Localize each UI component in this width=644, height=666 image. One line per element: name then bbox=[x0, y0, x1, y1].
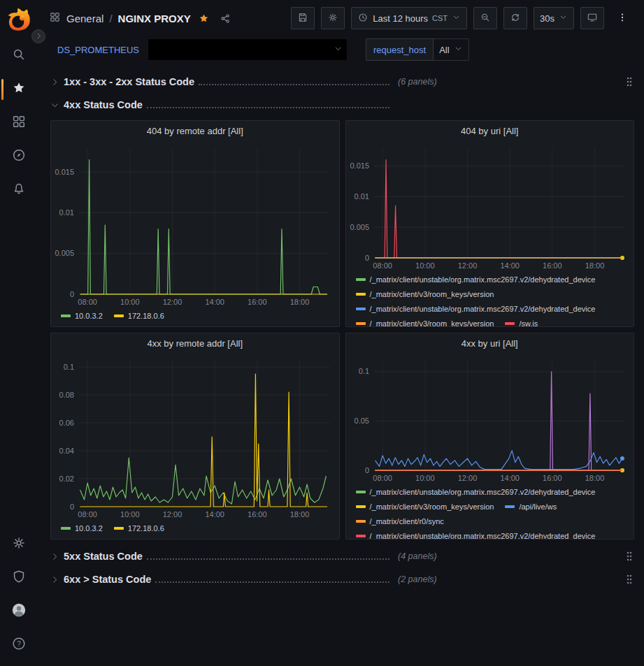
chevron-right-icon bbox=[35, 31, 43, 42]
bell-icon bbox=[11, 181, 27, 199]
legend-swatch bbox=[356, 535, 366, 537]
refresh-interval-picker[interactable]: 30s bbox=[534, 7, 574, 29]
svg-text:0.01: 0.01 bbox=[59, 208, 74, 217]
save-dashboard-button[interactable] bbox=[291, 7, 315, 29]
legend-item[interactable]: /_matrix/client/unstable/org.matrix.msc2… bbox=[356, 303, 596, 315]
legend-item[interactable]: 172.18.0.6 bbox=[114, 522, 164, 535]
legend-item[interactable]: /_matrix/client/unstable/org.matrix.msc2… bbox=[356, 486, 596, 498]
panel-legend: 10.0.3.2172.18.0.6 bbox=[51, 308, 339, 326]
svg-text:0.05: 0.05 bbox=[354, 417, 368, 425]
legend-item[interactable]: 10.0.3.2 bbox=[61, 522, 103, 535]
request-host-value: All bbox=[439, 45, 449, 55]
dashboard-canvas: 1xx - 3xx - 2xx Status Code (6 panels) 4… bbox=[38, 67, 644, 666]
row-dots bbox=[147, 553, 389, 560]
sidebar-item-explore[interactable] bbox=[0, 140, 38, 173]
sidebar-item-help[interactable]: ? bbox=[0, 628, 38, 662]
sidebar-expand-button[interactable] bbox=[31, 29, 45, 43]
panel-legend: 10.0.3.2172.18.0.6 bbox=[51, 521, 339, 539]
sidebar-item-profile[interactable] bbox=[0, 595, 38, 628]
panel-legend: /_matrix/client/unstable/org.matrix.msc2… bbox=[346, 272, 634, 326]
timeseries-chart[interactable]: 08:0010:0012:0014:0016:0018:0000.0050.01… bbox=[51, 140, 339, 308]
row-5xx[interactable]: 5xx Status Code (4 panels) bbox=[50, 546, 634, 566]
sidebar-item-configuration[interactable] bbox=[0, 528, 38, 561]
legend-label: /_matrix/client/unstable/org.matrix.msc2… bbox=[370, 303, 596, 315]
svg-text:14:00: 14:00 bbox=[205, 510, 224, 519]
svg-text:16:00: 16:00 bbox=[248, 510, 267, 519]
legend-swatch bbox=[356, 322, 366, 325]
compass-icon bbox=[11, 147, 27, 166]
drag-handle-icon[interactable] bbox=[624, 572, 634, 586]
legend-label: 10.0.3.2 bbox=[75, 310, 103, 322]
share-icon[interactable] bbox=[220, 13, 231, 24]
time-range-picker[interactable]: Last 12 hours CST bbox=[351, 7, 467, 29]
panel-grid: 404 by remote addr [All] 08:0010:0012:00… bbox=[50, 120, 634, 540]
chevron-down-icon bbox=[334, 43, 343, 56]
row-4xx[interactable]: 4xx Status Code bbox=[50, 95, 634, 115]
legend-item[interactable]: 10.0.3.2 bbox=[61, 310, 103, 322]
legend-item[interactable]: /_matrix/client/r0/sync bbox=[356, 515, 444, 528]
legend-swatch bbox=[356, 505, 366, 508]
svg-text:14:00: 14:00 bbox=[205, 298, 224, 306]
timeseries-chart[interactable]: 08:0010:0012:0014:0016:0018:0000.050.1 bbox=[346, 353, 634, 484]
svg-text:18:00: 18:00 bbox=[585, 261, 604, 270]
legend-item[interactable]: /api/live/ws bbox=[505, 500, 557, 513]
svg-text:?: ? bbox=[17, 640, 21, 648]
panel-title[interactable]: 404 by uri [All] bbox=[346, 121, 634, 140]
dashboard-settings-button[interactable] bbox=[321, 7, 345, 29]
datasource-variable-label[interactable]: DS_PROMETHEUS bbox=[57, 45, 139, 55]
panel-title[interactable]: 4xx by uri [All] bbox=[346, 333, 634, 353]
apps-icon bbox=[49, 11, 61, 26]
refresh-button[interactable] bbox=[503, 7, 527, 29]
row-6xx[interactable]: 6xx > Status Code (2 panels) bbox=[50, 570, 634, 589]
row-dots bbox=[147, 101, 389, 108]
save-icon bbox=[297, 12, 308, 25]
kebab-menu-button[interactable] bbox=[610, 7, 634, 29]
breadcrumb-folder[interactable]: General bbox=[66, 13, 103, 24]
legend-swatch bbox=[356, 491, 366, 493]
row-dots bbox=[155, 576, 389, 583]
svg-text:0.1: 0.1 bbox=[64, 363, 74, 371]
legend-item[interactable]: /_matrix/client/unstable/org.matrix.msc2… bbox=[356, 273, 596, 286]
svg-text:10:00: 10:00 bbox=[415, 474, 435, 482]
svg-text:0.015: 0.015 bbox=[55, 168, 74, 176]
panel-title[interactable]: 404 by remote addr [All] bbox=[51, 121, 339, 140]
sidebar-item-server-admin[interactable] bbox=[0, 561, 38, 595]
legend-item[interactable]: /_matrix/client/unstable/org.matrix.msc2… bbox=[356, 530, 596, 539]
zoom-out-button[interactable] bbox=[473, 7, 497, 29]
grafana-logo[interactable] bbox=[6, 6, 32, 32]
legend-item[interactable]: /sw.js bbox=[505, 317, 538, 326]
panel-title[interactable]: 4xx by remote addr [All] bbox=[51, 333, 339, 353]
search-icon bbox=[11, 47, 27, 65]
legend-label: /api/live/ws bbox=[519, 500, 557, 513]
sidebar-item-search[interactable] bbox=[0, 39, 38, 73]
legend-label: /_matrix/client/v3/room_keys/version bbox=[370, 288, 494, 301]
row-title: 1xx - 3xx - 2xx Status Code bbox=[64, 76, 194, 87]
timeseries-chart[interactable]: 08:0010:0012:0014:0016:0018:0000.0050.01… bbox=[346, 140, 634, 272]
legend-label: /_matrix/client/unstable/org.matrix.msc2… bbox=[370, 273, 596, 286]
datasource-variable-select[interactable] bbox=[148, 38, 348, 61]
legend-item[interactable]: /_matrix/client/v3/room_keys/version bbox=[356, 288, 494, 301]
svg-text:16:00: 16:00 bbox=[248, 298, 267, 306]
legend-item[interactable]: 172.18.0.6 bbox=[114, 310, 164, 322]
legend-label: /_matrix/client/v3/room_keys/version bbox=[370, 317, 494, 326]
tv-mode-button[interactable] bbox=[580, 7, 604, 29]
drag-handle-icon[interactable] bbox=[624, 75, 634, 89]
request-host-select[interactable]: All bbox=[434, 38, 468, 61]
row-panel-count: (2 panels) bbox=[398, 574, 437, 584]
svg-text:12:00: 12:00 bbox=[163, 298, 183, 306]
avatar bbox=[11, 602, 27, 621]
star-icon bbox=[11, 80, 27, 99]
drag-handle-icon[interactable] bbox=[624, 549, 634, 563]
panel-4xx-by-remote-addr: 4xx by remote addr [All] 08:0010:0012:00… bbox=[50, 333, 340, 540]
sidebar-item-starred[interactable] bbox=[0, 73, 38, 106]
legend-item[interactable]: /_matrix/client/v3/room_keys/version bbox=[356, 500, 494, 513]
svg-text:18:00: 18:00 bbox=[585, 474, 604, 482]
timeseries-chart[interactable]: 08:0010:0012:0014:0016:0018:0000.020.040… bbox=[51, 353, 339, 521]
chevron-right-icon bbox=[50, 575, 59, 584]
panel-404-by-uri: 404 by uri [All] 08:0010:0012:0014:0016:… bbox=[345, 120, 635, 327]
row-1xx-3xx-2xx[interactable]: 1xx - 3xx - 2xx Status Code (6 panels) bbox=[50, 72, 634, 92]
favorite-star-icon[interactable] bbox=[198, 13, 210, 24]
legend-item[interactable]: /_matrix/client/v3/room_keys/version bbox=[356, 317, 494, 326]
sidebar-item-alerting[interactable] bbox=[0, 173, 38, 207]
sidebar-item-dashboards[interactable] bbox=[0, 106, 38, 140]
